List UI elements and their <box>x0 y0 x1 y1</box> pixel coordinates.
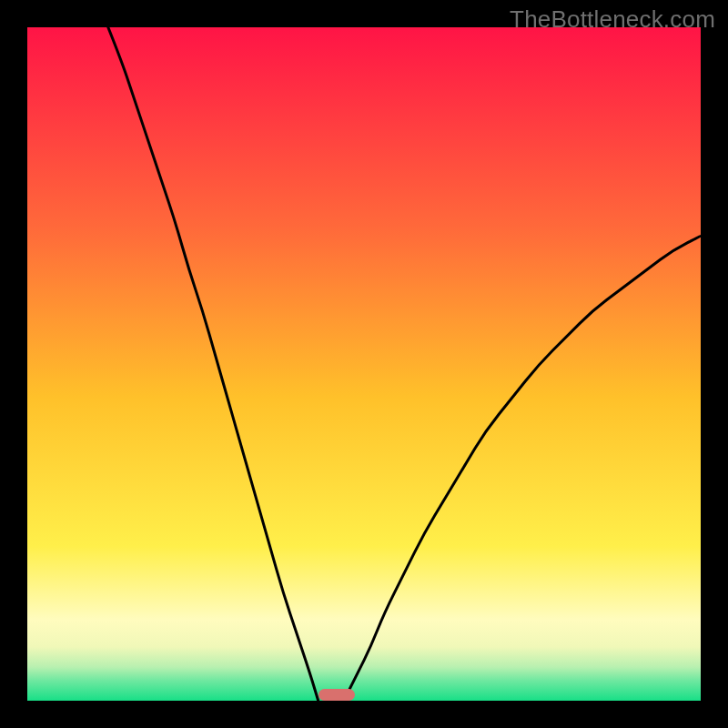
bottleneck-curve <box>27 27 701 701</box>
curve-right <box>344 236 701 701</box>
optimal-marker <box>318 689 355 701</box>
plot-area <box>27 27 701 701</box>
curve-left <box>108 27 318 701</box>
watermark-label: TheBottleneck.com <box>510 5 715 34</box>
chart-container: TheBottleneck.com <box>0 0 728 728</box>
